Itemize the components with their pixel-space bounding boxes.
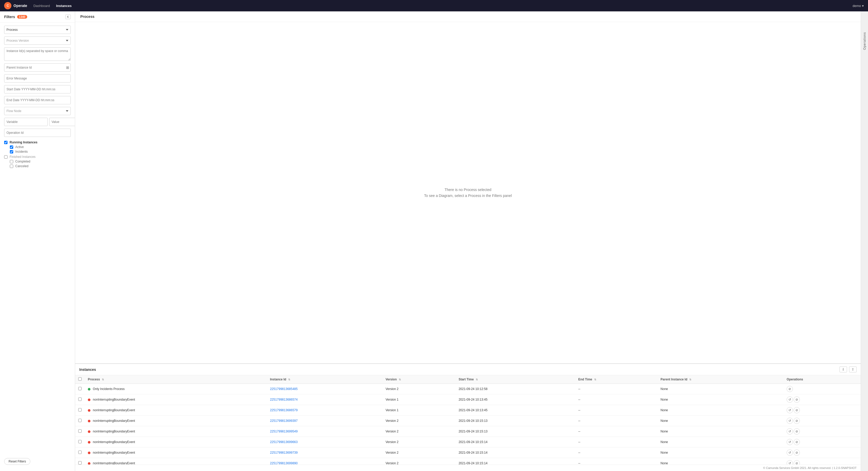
cancel-btn[interactable]: ⊘ bbox=[794, 407, 800, 413]
main-layout: Filters 1340 K Process Process Version ⊞ bbox=[0, 11, 868, 471]
parent-id-sort-icon[interactable]: ⇅ bbox=[689, 378, 691, 381]
user-menu[interactable]: demo ▾ bbox=[852, 4, 864, 8]
end-time-sort-icon[interactable]: ⇅ bbox=[594, 378, 596, 381]
version-sort-icon[interactable]: ⇅ bbox=[399, 378, 401, 381]
retry-btn[interactable]: ↺ bbox=[787, 397, 793, 403]
canceled-checkbox[interactable] bbox=[10, 165, 13, 168]
row-checkbox[interactable] bbox=[78, 461, 82, 465]
instance-id-link[interactable]: 2251799813686579 bbox=[270, 408, 298, 412]
retry-btn[interactable]: ↺ bbox=[787, 460, 793, 465]
instance-id-link[interactable]: 2251799813699549 bbox=[270, 430, 298, 433]
end-date-input[interactable] bbox=[4, 96, 71, 104]
row-checkbox[interactable] bbox=[78, 387, 82, 390]
row-checkbox[interactable] bbox=[78, 408, 82, 411]
process-sort-icon[interactable]: ⇅ bbox=[102, 378, 104, 381]
row-process: nonInterruptingBoundaryEvent bbox=[85, 447, 267, 458]
row-start-time: 2021-09-24 10:12:58 bbox=[456, 384, 575, 394]
incidents-checkbox[interactable] bbox=[10, 150, 13, 154]
status-dot bbox=[88, 388, 90, 391]
active-checkbox[interactable] bbox=[10, 145, 13, 149]
retry-btn[interactable]: ↺ bbox=[787, 418, 793, 424]
row-checkbox[interactable] bbox=[78, 429, 82, 433]
retry-btn[interactable]: ↺ bbox=[787, 449, 793, 456]
instance-id-link[interactable]: 2251799813699397 bbox=[270, 419, 298, 423]
status-dot bbox=[88, 420, 90, 422]
filters-title: Filters 1340 bbox=[4, 15, 27, 19]
row-operations: ↺⊘ bbox=[783, 437, 861, 447]
parent-instance-input[interactable] bbox=[4, 63, 71, 72]
select-all-checkbox[interactable] bbox=[78, 377, 82, 381]
finished-instances-label[interactable]: Finished Instances bbox=[4, 155, 71, 159]
parent-instance-icon-btn[interactable]: ⊞ bbox=[66, 65, 69, 70]
row-operations: ↺⊘ bbox=[783, 394, 861, 405]
active-label[interactable]: Active bbox=[10, 145, 71, 149]
row-operations: ↺⊘ bbox=[783, 447, 861, 458]
cancel-btn[interactable]: ⊘ bbox=[794, 428, 800, 435]
table-row: nonInterruptingBoundaryEvent 22517998136… bbox=[75, 426, 861, 437]
table-row: nonInterruptingBoundaryEvent 22517998136… bbox=[75, 416, 861, 426]
retry-btn[interactable]: ↺ bbox=[787, 428, 793, 435]
running-instances-label[interactable]: Running Instances bbox=[4, 140, 71, 144]
row-checkbox[interactable] bbox=[78, 419, 82, 422]
instance-id-link[interactable]: 2251799813686574 bbox=[270, 398, 298, 401]
row-checkbox[interactable] bbox=[78, 398, 82, 401]
row-parent-instance-id: None bbox=[657, 426, 783, 437]
operations-sidebar-label[interactable]: Operations bbox=[863, 32, 866, 50]
logo-icon: C bbox=[4, 2, 11, 9]
error-message-input[interactable] bbox=[4, 74, 71, 82]
running-instances-checkbox[interactable] bbox=[4, 141, 7, 144]
cancel-btn[interactable]: ⊘ bbox=[794, 460, 800, 465]
variable-input[interactable] bbox=[4, 118, 48, 126]
canceled-label[interactable]: Canceled bbox=[10, 164, 71, 168]
table-row: nonInterruptingBoundaryEvent 22517998136… bbox=[75, 437, 861, 447]
incidents-label[interactable]: Incidents bbox=[10, 150, 71, 154]
flow-node-select[interactable]: Flow Node bbox=[4, 107, 71, 115]
process-version-select[interactable]: Process Version bbox=[4, 36, 71, 45]
instance-ids-textarea[interactable] bbox=[4, 47, 71, 61]
cancel-btn[interactable]: ⊘ bbox=[787, 386, 793, 392]
nav-dashboard[interactable]: Dashboard bbox=[33, 4, 50, 8]
table-row: nonInterruptingBoundaryEvent 22517998136… bbox=[75, 394, 861, 405]
start-time-sort-icon[interactable]: ⇅ bbox=[476, 378, 478, 381]
finished-instances-checkbox[interactable] bbox=[4, 155, 7, 159]
instance-id-link[interactable]: 2251799813699663 bbox=[270, 440, 298, 444]
cancel-btn[interactable]: ⊘ bbox=[794, 397, 800, 403]
collapse-filters-button[interactable]: K bbox=[65, 14, 71, 19]
table-head: Process ⇅ Instance Id ⇅ Version ⇅ bbox=[75, 375, 861, 384]
completed-checkbox[interactable] bbox=[10, 160, 13, 163]
row-checkbox-cell bbox=[75, 405, 85, 416]
row-operations: ↺⊘ bbox=[783, 405, 861, 416]
collapse-instances-btn[interactable]: ⇩ bbox=[839, 366, 847, 372]
row-instance-id: 2251799813699663 bbox=[267, 437, 382, 447]
instance-id-link[interactable]: 2251799813699890 bbox=[270, 462, 298, 465]
nav-instances[interactable]: Instances bbox=[56, 4, 72, 8]
instances-header: Instances ⇩ ⇧ bbox=[75, 364, 861, 375]
row-checkbox[interactable] bbox=[78, 440, 82, 443]
row-start-time: 2021-09-24 10:15:13 bbox=[456, 426, 575, 437]
retry-btn[interactable]: ↺ bbox=[787, 407, 793, 413]
nav-left: C Operate Dashboard Instances bbox=[4, 2, 72, 9]
row-parent-instance-id: None bbox=[657, 416, 783, 426]
cancel-btn[interactable]: ⊘ bbox=[794, 449, 800, 456]
process-diagram-area: There is no Process selected To see a Di… bbox=[75, 22, 861, 363]
value-input[interactable] bbox=[49, 118, 75, 126]
operations-sidebar[interactable]: Operations bbox=[861, 11, 868, 471]
app-logo: C Operate bbox=[4, 2, 27, 9]
row-checkbox[interactable] bbox=[78, 450, 82, 454]
expand-instances-btn[interactable]: ⇧ bbox=[849, 366, 857, 372]
completed-label[interactable]: Completed bbox=[10, 160, 71, 163]
col-instance-id: Instance Id ⇅ bbox=[267, 375, 382, 384]
row-parent-instance-id: None bbox=[657, 447, 783, 458]
start-date-input[interactable] bbox=[4, 85, 71, 93]
row-start-time: 2021-09-24 10:15:13 bbox=[456, 416, 575, 426]
instance-id-link[interactable]: 2251799813685485 bbox=[270, 387, 298, 391]
operation-id-input[interactable] bbox=[4, 129, 71, 137]
retry-btn[interactable]: ↺ bbox=[787, 439, 793, 445]
row-instance-id: 2251799813699890 bbox=[267, 458, 382, 465]
reset-filters-button[interactable]: Reset Filters bbox=[4, 458, 30, 465]
process-select[interactable]: Process bbox=[4, 26, 71, 34]
cancel-btn[interactable]: ⊘ bbox=[794, 439, 800, 445]
cancel-btn[interactable]: ⊘ bbox=[794, 418, 800, 424]
instance-id-sort-icon[interactable]: ⇅ bbox=[288, 378, 290, 381]
instance-id-link[interactable]: 2251799813699739 bbox=[270, 451, 298, 455]
